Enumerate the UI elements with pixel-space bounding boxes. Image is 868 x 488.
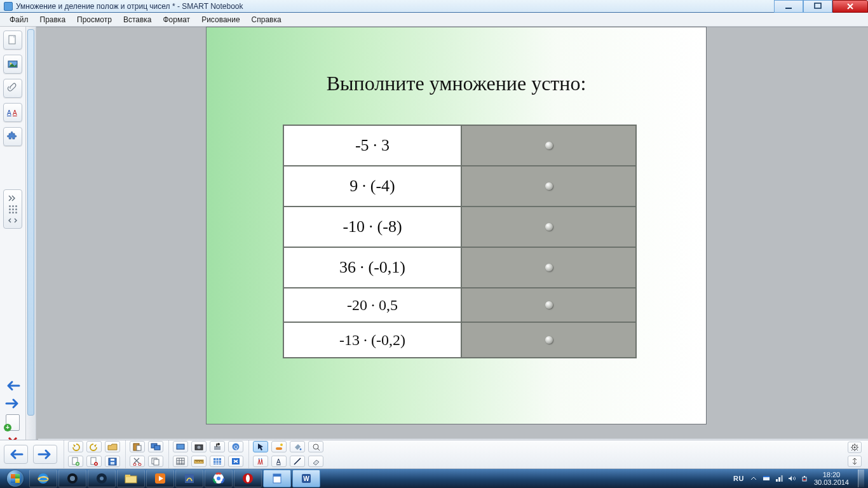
addons-tab[interactable] [3, 127, 22, 146]
taskbar-smart-notebook[interactable] [263, 470, 291, 487]
menu-format[interactable]: Формат [157, 14, 196, 25]
menu-insert[interactable]: Вставка [118, 14, 158, 25]
line-tool[interactable] [290, 456, 305, 467]
taskbar-app-2[interactable] [88, 470, 116, 487]
taskbar-media[interactable] [146, 470, 174, 487]
close-button[interactable] [832, 0, 868, 13]
table-cell-answer-cover[interactable] [462, 207, 635, 247]
drag-grip-icon [9, 205, 17, 214]
text-tool[interactable]: A [271, 456, 287, 467]
reveal-handle-icon [545, 223, 553, 231]
open-button[interactable] [105, 441, 120, 452]
taskbar-word[interactable]: W [292, 470, 320, 487]
start-button[interactable] [3, 469, 28, 488]
maximize-button[interactable] [803, 0, 832, 13]
expand-horiz-icon [8, 216, 17, 225]
tray-network-icon[interactable] [775, 474, 783, 483]
grid-insert-button[interactable] [210, 456, 225, 467]
redo-button[interactable] [86, 441, 102, 452]
next-page-side-button[interactable] [3, 396, 22, 410]
save-button[interactable] [105, 456, 120, 467]
taskbar-app-1[interactable] [58, 470, 86, 487]
svg-rect-17 [154, 445, 160, 450]
slide-page[interactable]: Выполните умножение устно: -5 · 3 9 · (-… [207, 27, 706, 424]
taskbar: W RU 18:20 30.03.2014 [0, 469, 868, 488]
vertical-scrollbar[interactable] [25, 27, 36, 449]
delete-file-button[interactable] [86, 456, 102, 467]
close-file-button[interactable] [228, 456, 243, 467]
table-cell-answer-cover[interactable] [462, 323, 635, 357]
toolbar-settings-button[interactable] [848, 442, 862, 453]
undo-button[interactable] [68, 441, 83, 452]
ruler-button[interactable] [191, 456, 207, 467]
menu-help[interactable]: Справка [246, 14, 287, 25]
taskbar-opera[interactable] [234, 470, 262, 487]
table-cell-answer-cover[interactable] [462, 248, 635, 287]
system-tray: RU 18:20 30.03.2014 [733, 470, 865, 487]
tray-battery-icon[interactable] [800, 474, 809, 483]
svg-point-40 [854, 447, 856, 449]
new-file-button[interactable] [68, 456, 83, 467]
table-button[interactable] [173, 456, 188, 467]
insert-question-button[interactable]: Q [228, 441, 243, 452]
sidebar-expander[interactable] [3, 189, 22, 229]
menu-view[interactable]: Просмотр [71, 14, 118, 25]
screens-button[interactable] [148, 441, 163, 452]
svg-rect-22 [177, 444, 184, 449]
paste-button[interactable] [130, 441, 145, 452]
pens-tool[interactable] [253, 456, 268, 467]
left-tool-column: AA [0, 27, 25, 449]
minimize-button[interactable] [774, 0, 803, 13]
taskbar-chrome[interactable] [205, 470, 233, 487]
table-cell-answer-cover[interactable] [462, 126, 635, 165]
table-cell-answer-cover[interactable] [462, 288, 635, 322]
prev-page-button[interactable] [4, 445, 28, 464]
tray-flag-icon[interactable] [762, 474, 771, 483]
svg-point-55 [217, 477, 220, 480]
show-desktop-button[interactable] [858, 470, 864, 487]
prev-page-side-button[interactable] [3, 379, 22, 393]
language-indicator[interactable]: RU [733, 475, 744, 482]
window-controls [774, 0, 868, 13]
svg-rect-48 [125, 475, 130, 477]
fill-tool[interactable] [290, 441, 305, 452]
next-page-button[interactable] [33, 445, 57, 464]
canvas-area[interactable]: Выполните умножение устно: -5 · 3 9 · (-… [36, 27, 868, 449]
cut-button[interactable] [130, 456, 145, 467]
table-cell-answer-cover[interactable] [462, 166, 635, 206]
table-cell-expression: -5 · 3 [284, 126, 462, 165]
screen-capture-button[interactable] [173, 441, 188, 452]
properties-tab[interactable]: AA [3, 103, 22, 122]
tray-clock[interactable]: 18:20 30.03.2014 [814, 471, 849, 486]
shape-recognition-tool[interactable] [308, 441, 323, 452]
doc-camera-button[interactable] [210, 441, 225, 452]
taskbar-ie[interactable] [29, 470, 57, 487]
clock-time: 18:20 [814, 471, 849, 478]
scrollbar-thumb[interactable] [27, 29, 34, 416]
copy-button[interactable] [148, 456, 163, 467]
reveal-handle-icon [545, 336, 553, 344]
toolbar-group-tools: A [248, 440, 329, 468]
svg-point-57 [246, 475, 250, 482]
camera-button[interactable] [191, 441, 207, 452]
toolbar-move-button[interactable] [848, 456, 862, 467]
svg-rect-15 [137, 445, 141, 451]
tray-up-icon[interactable] [749, 474, 758, 483]
menu-draw[interactable]: Рисование [196, 14, 245, 25]
menu-file[interactable]: Файл [4, 14, 34, 25]
svg-rect-26 [216, 444, 217, 447]
select-tool[interactable] [253, 441, 268, 452]
taskbar-app-3[interactable] [175, 470, 203, 487]
tray-volume-icon[interactable] [787, 474, 796, 483]
eraser-tool[interactable] [308, 456, 323, 467]
window-titlebar: Умножение и деление полож и отриц чисел … [0, 0, 868, 13]
add-page-button[interactable] [6, 414, 20, 431]
attachments-tab[interactable] [3, 79, 22, 98]
gallery-tab[interactable] [3, 55, 22, 74]
menu-edit[interactable]: Правка [34, 14, 72, 25]
taskbar-explorer[interactable] [117, 470, 145, 487]
svg-point-46 [100, 477, 104, 480]
magic-pen-tool[interactable] [271, 441, 287, 452]
table-cell-expression: 36 · (-0,1) [284, 248, 462, 287]
page-sorter-tab[interactable] [3, 30, 22, 50]
